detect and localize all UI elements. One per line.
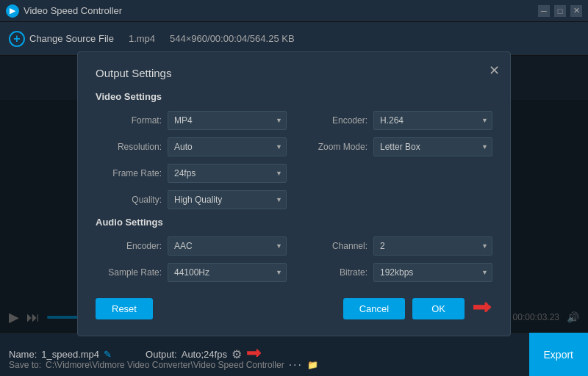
frame-rate-row: Frame Rate: 24fps	[96, 164, 287, 183]
zoom-mode-select-wrapper: Letter Box	[373, 137, 492, 156]
bitrate-select-wrapper: 192kbps	[373, 263, 492, 282]
frame-rate-select[interactable]: 24fps	[168, 164, 287, 183]
sample-rate-select[interactable]: 44100Hz	[168, 263, 287, 282]
change-source-label: Change Source File	[29, 33, 114, 44]
output-settings-modal: Output Settings ✕ Video Settings Format:…	[77, 51, 511, 336]
audio-settings-grid: Encoder: AAC Channel: 2	[96, 236, 492, 282]
main-area: ▶ ⏭ 00:00:03.23 🔊 Output Settings ✕ Vide…	[0, 56, 588, 332]
close-button[interactable]: ✕	[570, 5, 582, 17]
bitrate-row: Bitrate: 192kbps	[301, 263, 492, 282]
reset-button[interactable]: Reset	[96, 298, 153, 319]
resolution-select[interactable]: Auto	[168, 137, 287, 156]
channel-row: Channel: 2	[301, 236, 492, 256]
ok-arrow-icon: ⮕	[472, 297, 492, 321]
browse-button[interactable]: ···	[289, 358, 303, 372]
quality-row: Quality: High Quality	[96, 190, 287, 209]
quality-select[interactable]: High Quality	[168, 190, 287, 209]
zoom-mode-row: Zoom Mode: Letter Box	[301, 137, 492, 156]
channel-select[interactable]: 2	[373, 236, 492, 256]
encoder-label: Encoder:	[301, 115, 368, 126]
sample-rate-row: Sample Rate: 44100Hz	[96, 263, 287, 282]
save-to-label: Save to:	[9, 360, 41, 370]
frame-rate-label: Frame Rate:	[96, 168, 162, 178]
bitrate-label: Bitrate:	[301, 267, 368, 278]
channel-label: Channel:	[301, 241, 368, 251]
file-name: 1.mp4	[129, 33, 155, 44]
resolution-row: Resolution: Auto	[96, 137, 287, 156]
modal-overlay: Output Settings ✕ Video Settings Format:…	[0, 56, 588, 332]
resolution-label: Resolution:	[96, 142, 162, 152]
audio-settings-title: Audio Settings	[96, 217, 492, 228]
save-to-section: Save to: C:\Vidmore\Vidmore Video Conver…	[9, 358, 318, 372]
file-info: 544×960/00:00:04/564.25 KB	[170, 33, 295, 44]
sample-rate-label: Sample Rate:	[96, 267, 162, 278]
window-controls: ─ □ ✕	[538, 5, 582, 17]
export-button[interactable]: Export	[529, 333, 588, 376]
format-select[interactable]: MP4	[168, 111, 287, 130]
format-row: Format: MP4	[96, 111, 287, 130]
change-source-button[interactable]: + Change Source File	[9, 31, 114, 47]
title-bar: ▶ Video Speed Controller ─ □ ✕	[0, 0, 588, 22]
audio-settings-section: Audio Settings Encoder: AAC Channel:	[96, 217, 492, 282]
audio-encoder-select[interactable]: AAC	[168, 236, 287, 256]
quality-select-wrapper: High Quality	[168, 190, 287, 209]
folder-icon: 📁	[307, 360, 318, 370]
encoder-row: Encoder: H.264	[301, 111, 492, 130]
audio-encoder-select-wrapper: AAC	[168, 236, 287, 256]
ok-button[interactable]: OK	[412, 298, 465, 319]
quality-label: Quality:	[96, 195, 162, 205]
encoder-select[interactable]: H.264	[373, 111, 492, 130]
bitrate-select[interactable]: 192kbps	[373, 263, 492, 282]
zoom-mode-label: Zoom Mode:	[301, 142, 368, 152]
format-label: Format:	[96, 115, 162, 126]
modal-title: Output Settings	[96, 67, 492, 79]
app-icon: ▶	[6, 4, 19, 18]
zoom-mode-select[interactable]: Letter Box	[373, 137, 492, 156]
maximize-button[interactable]: □	[554, 5, 566, 17]
resolution-select-wrapper: Auto	[168, 137, 287, 156]
frame-rate-select-wrapper: 24fps	[168, 164, 287, 183]
channel-select-wrapper: 2	[373, 236, 492, 256]
cancel-button[interactable]: Cancel	[343, 298, 405, 319]
audio-encoder-row: Encoder: AAC	[96, 236, 287, 256]
encoder-select-wrapper: H.264	[373, 111, 492, 130]
app-title: Video Speed Controller	[24, 5, 122, 16]
audio-encoder-label: Encoder:	[96, 241, 162, 251]
minimize-button[interactable]: ─	[538, 5, 550, 17]
add-icon: +	[9, 31, 25, 47]
sample-rate-select-wrapper: 44100Hz	[168, 263, 287, 282]
video-settings-title: Video Settings	[96, 91, 492, 102]
format-select-wrapper: MP4	[168, 111, 287, 130]
save-path: C:\Vidmore\Vidmore Video Converter\Video…	[46, 360, 284, 370]
video-settings-grid: Format: MP4 Encoder: H.264	[96, 111, 492, 209]
modal-close-button[interactable]: ✕	[489, 62, 500, 79]
bottom-bar: Name: 1_speed.mp4 ✎ Output: Auto;24fps ⚙…	[0, 332, 588, 376]
modal-footer: Reset Cancel OK ⮕	[96, 297, 492, 321]
